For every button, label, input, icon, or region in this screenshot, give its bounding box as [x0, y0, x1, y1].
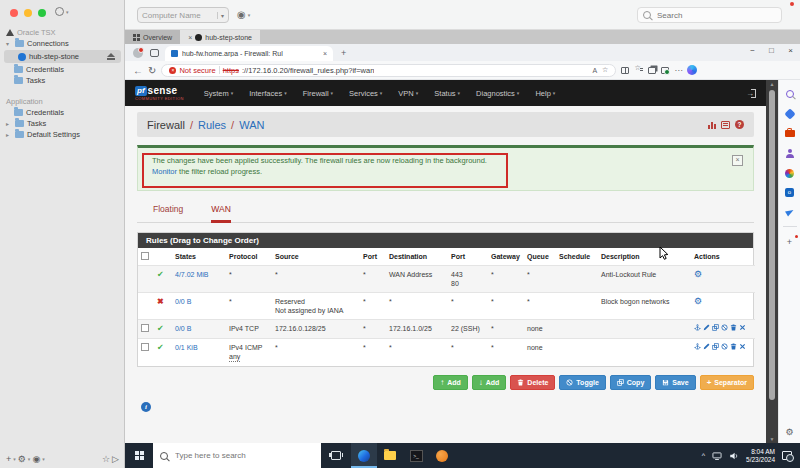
edit-icon[interactable]	[703, 343, 710, 350]
menu-help[interactable]: Help▾	[535, 89, 555, 98]
address-bar[interactable]: × Not secure https ://172.16.0.20/firewa…	[161, 64, 616, 77]
m365-icon[interactable]	[785, 169, 794, 178]
eject-icon[interactable]	[107, 53, 115, 60]
copilot-icon[interactable]	[687, 65, 697, 75]
tree-item-default-settings[interactable]: ▸ Default Settings	[0, 129, 125, 140]
taskbar-search-input[interactable]	[173, 450, 314, 461]
states-link[interactable]: 0/1 KiB	[175, 344, 198, 351]
network-icon[interactable]	[712, 451, 722, 461]
close-icon[interactable]	[739, 343, 746, 350]
workspaces-icon[interactable]	[150, 49, 159, 57]
connect-button[interactable]: ◉	[32, 454, 40, 464]
separator-button[interactable]: +Separator	[700, 375, 754, 390]
sidebar-settings-icon[interactable]: ⚙	[784, 426, 795, 437]
anchor-icon[interactable]	[694, 324, 701, 331]
search-input[interactable]	[655, 10, 776, 21]
tab-wan-active[interactable]: WAN	[211, 204, 231, 223]
read-aloud-icon[interactable]: A	[592, 67, 597, 74]
browser-essentials-icon[interactable]	[661, 67, 669, 74]
edit-icon[interactable]	[703, 324, 710, 331]
tree-item-tasks[interactable]: Tasks	[0, 75, 125, 86]
people-icon[interactable]	[785, 149, 794, 158]
delete-icon[interactable]	[730, 343, 737, 350]
add-button[interactable]: +	[6, 454, 11, 464]
maximize-button[interactable]: □	[762, 44, 781, 57]
states-link[interactable]: 0/0 B	[175, 298, 191, 305]
log-icon[interactable]	[721, 121, 730, 129]
add-rule-bottom-button[interactable]: ↓Add	[472, 375, 507, 390]
logout-icon[interactable]: →	[746, 89, 756, 98]
menu-interfaces[interactable]: Interfaces▾	[249, 89, 286, 98]
breadcrumb-interface[interactable]: WAN	[239, 119, 264, 131]
rule-row-ssh[interactable]: ✔ 0/0 B IPv4 TCP 172.16.0.128/25 * 172.1…	[138, 320, 755, 339]
states-link[interactable]: 0/0 B	[175, 325, 191, 332]
menu-system[interactable]: System▾	[204, 89, 234, 98]
play-icon[interactable]: ▷	[112, 454, 119, 464]
taskbar-explorer-icon[interactable]	[377, 443, 403, 468]
more-menu-icon[interactable]: ⋯	[674, 66, 682, 75]
states-link[interactable]: 4/7.02 MiB	[175, 271, 208, 278]
close-icon[interactable]: ×	[188, 34, 192, 41]
computer-name-dropdown[interactable]: Computer Name ▾	[137, 7, 229, 23]
tree-item-credentials[interactable]: Credentials	[0, 64, 125, 75]
close-button[interactable]: ×	[781, 44, 800, 57]
row-checkbox[interactable]	[141, 343, 149, 351]
menu-services[interactable]: Services▾	[349, 89, 382, 98]
search-icon[interactable]	[786, 90, 794, 98]
toggle-button[interactable]: Toggle	[559, 375, 605, 390]
row-checkbox[interactable]	[141, 324, 149, 332]
scrollbar-thumb[interactable]	[769, 90, 775, 400]
rule-row-icmp[interactable]: ✔ 0/1 KiB IPv4 ICMPany * * * * * none	[138, 339, 755, 367]
add-rule-top-button[interactable]: ↑Add	[433, 375, 468, 390]
gear-icon[interactable]: ⚙	[694, 269, 702, 279]
close-window-button[interactable]	[10, 9, 18, 17]
favorite-star-icon[interactable]: ☆	[602, 66, 608, 74]
browser-tab-active[interactable]: hub-fw.home.arpa - Firewall: Rul ×	[165, 46, 333, 61]
taskbar-terminal-icon[interactable]: >_	[403, 443, 429, 468]
pfsense-logo[interactable]: pf sense COMMUNITY EDITION	[135, 86, 184, 101]
cell-protocol2[interactable]: any	[229, 353, 240, 362]
save-button[interactable]: Save	[655, 375, 695, 390]
delete-button[interactable]: Delete	[510, 375, 555, 390]
task-view-icon[interactable]	[331, 451, 341, 460]
customize-sidebar-button[interactable]: +	[784, 236, 795, 247]
app-menu-button[interactable]: ▾	[55, 7, 69, 16]
gear-icon[interactable]: ⚙	[694, 296, 702, 306]
tree-item-app-credentials[interactable]: Credentials	[0, 107, 125, 118]
taskbar-clock[interactable]: 8:04 AM 5/23/2024	[746, 448, 775, 464]
back-button[interactable]: ←	[133, 65, 143, 76]
favorite-icon[interactable]: ☆	[102, 454, 110, 464]
minimize-window-button[interactable]	[24, 9, 32, 17]
outlook-icon[interactable]: o	[785, 188, 794, 197]
close-icon[interactable]	[739, 324, 746, 331]
menu-firewall[interactable]: Firewall▾	[303, 89, 333, 98]
delete-icon[interactable]	[730, 324, 737, 331]
tree-item-app-tasks[interactable]: ▸ Tasks	[0, 118, 125, 129]
taskbar-search[interactable]	[153, 443, 321, 468]
copy-button[interactable]: Copy	[610, 375, 652, 390]
volume-icon[interactable]	[729, 451, 739, 461]
scroll-up-icon[interactable]: ▲	[770, 80, 775, 88]
menu-diagnostics[interactable]: Diagnostics▾	[476, 89, 519, 98]
minimize-button[interactable]: −	[743, 44, 762, 57]
close-alert-button[interactable]: ×	[732, 155, 743, 166]
drop-icon[interactable]	[785, 207, 795, 216]
tab-overview[interactable]: Overview	[125, 30, 180, 44]
help-icon[interactable]: ?	[735, 120, 744, 129]
tab-floating[interactable]: Floating	[153, 204, 183, 222]
monitor-link[interactable]: Monitor	[152, 167, 177, 176]
select-all-checkbox[interactable]	[141, 252, 149, 260]
reading-list-icon[interactable]	[621, 67, 629, 74]
tree-item-session-selected[interactable]: hub-step-stone	[4, 50, 121, 63]
info-icon[interactable]: i	[141, 402, 151, 412]
new-tab-button[interactable]: +	[341, 48, 346, 58]
start-button[interactable]	[135, 451, 144, 460]
anchor-icon[interactable]	[694, 343, 701, 350]
breadcrumb-rules-link[interactable]: Rules	[198, 119, 226, 131]
settings-button[interactable]: ⚙	[18, 454, 26, 464]
zoom-window-button[interactable]	[38, 9, 46, 17]
tab-session-active[interactable]: × hub-step-stone	[180, 30, 260, 44]
connect-dropdown[interactable]: ◉ ▾	[237, 9, 250, 20]
rule-row-antilockout[interactable]: ✔ 4/7.02 MiB * * * WAN Address 44380 * *	[138, 266, 755, 293]
action-center-icon[interactable]	[782, 451, 792, 460]
